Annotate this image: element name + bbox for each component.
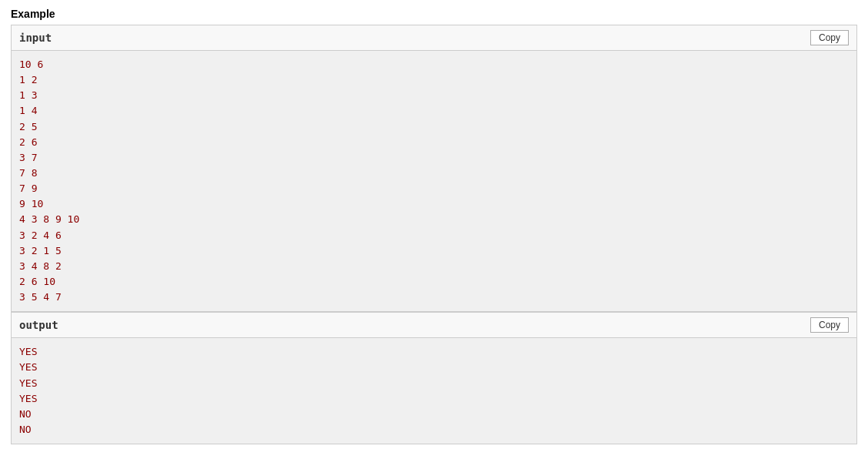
input-line: 3 4 8 2: [19, 259, 849, 274]
input-line: 1 2: [19, 72, 849, 88]
input-copy-button[interactable]: Copy: [810, 30, 849, 45]
output-copy-button[interactable]: Copy: [810, 317, 849, 333]
output-line: YES: [19, 360, 849, 375]
example-section: Example input Copy 10 61 21 31 42 52 63 …: [11, 8, 857, 444]
example-title: Example: [11, 8, 857, 20]
input-line: 3 7: [19, 150, 849, 166]
input-line: 2 5: [19, 119, 849, 135]
input-panel-body: 10 61 21 31 42 52 63 77 87 99 104 3 8 9 …: [12, 51, 856, 311]
input-line: 1 4: [19, 103, 849, 119]
input-line: 3 2 1 5: [19, 243, 849, 259]
input-line: 1 3: [19, 88, 849, 103]
output-line: NO: [19, 407, 849, 422]
output-line: YES: [19, 391, 849, 407]
input-line: 2 6 10: [19, 274, 849, 290]
output-line: YES: [19, 376, 849, 391]
input-panel-header: input Copy: [12, 25, 856, 51]
output-line: NO: [19, 422, 849, 437]
input-line: 10 6: [19, 57, 849, 72]
input-panel-label: input: [19, 32, 52, 44]
output-panel: output Copy YESYESYESYESNONO: [11, 312, 857, 444]
input-line: 3 5 4 7: [19, 290, 849, 305]
output-panel-header: output Copy: [12, 313, 856, 338]
input-line: 4 3 8 9 10: [19, 212, 849, 227]
input-panel: input Copy 10 61 21 31 42 52 63 77 87 99…: [11, 25, 857, 312]
output-line: YES: [19, 344, 849, 360]
input-line: 3 2 4 6: [19, 228, 849, 243]
input-line: 9 10: [19, 196, 849, 212]
input-line: 2 6: [19, 135, 849, 150]
input-line: 7 9: [19, 181, 849, 196]
output-panel-label: output: [19, 319, 58, 331]
input-line: 7 8: [19, 166, 849, 181]
output-panel-body: YESYESYESYESNONO: [12, 338, 856, 444]
